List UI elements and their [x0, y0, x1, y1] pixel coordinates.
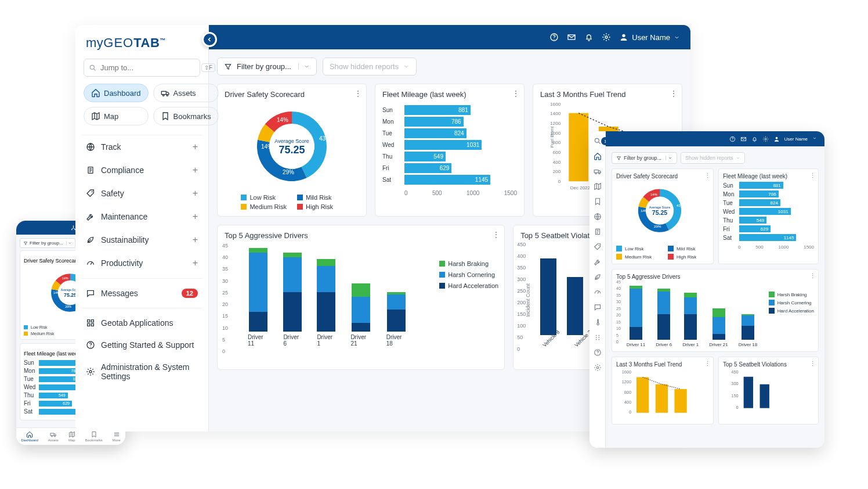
card-more-icon[interactable]: ⋮ [492, 230, 500, 239]
tablet-filter-group[interactable]: Filter by group... [612, 152, 677, 164]
rail-truck-icon[interactable] [594, 167, 602, 175]
tcard-scorecard-title: Driver Safety Scorecard [616, 173, 678, 179]
chevron-down-icon [403, 63, 410, 70]
card-more-icon[interactable]: ⋮ [809, 360, 815, 368]
legend-braking: Harsh Braking [439, 260, 498, 267]
tablet-mileage-bars: Sun881Mon786Tue824Wed1031Thu549Fri629Sat… [723, 182, 814, 241]
side-track[interactable]: Track+ [81, 135, 202, 159]
tablet-gear-icon[interactable] [762, 136, 769, 142]
side-maintenance[interactable]: Maintenance+ [81, 205, 202, 228]
tablet-user-icon[interactable] [773, 136, 780, 142]
side-apps[interactable]: Geotab Applications [81, 312, 202, 334]
rail-wrench-icon[interactable] [594, 258, 602, 266]
side-support[interactable]: Getting Started & Support [81, 334, 202, 356]
tablet-hidden-reports[interactable]: Show hidden reports [681, 152, 745, 164]
topbar-bell-icon[interactable] [584, 33, 594, 42]
svg-text:1600: 1600 [622, 369, 631, 375]
search-input[interactable] [100, 63, 198, 72]
svg-text:14%: 14% [261, 143, 273, 150]
rail-help-icon[interactable] [594, 348, 602, 357]
search-icon [89, 64, 97, 72]
brand-tab: TAB [133, 35, 160, 50]
expand-icon: + [193, 142, 198, 152]
expand-icon: + [193, 165, 198, 175]
side-compliance[interactable]: Compliance+ [81, 159, 202, 182]
expand-icon: + [193, 235, 198, 245]
expand-icon: + [193, 211, 198, 222]
svg-text:Average Score: Average Score [649, 206, 671, 209]
rail-clip-icon[interactable] [594, 228, 602, 236]
card-more-icon[interactable]: ⋮ [354, 89, 361, 98]
topbar-mail-icon[interactable] [567, 33, 576, 42]
svg-text:Dec 2022: Dec 2022 [570, 185, 591, 190]
card-more-icon[interactable]: ⋮ [704, 360, 710, 368]
svg-text:150: 150 [731, 393, 738, 398]
ptab-more[interactable]: More [113, 431, 121, 442]
card-mileage: Fleet Mileage (last week) ⋮ Sun881Mon786… [375, 84, 525, 217]
rail-dots-icon[interactable] [594, 333, 602, 341]
rail-tag-icon[interactable] [594, 243, 602, 251]
ptab-dashboard[interactable]: Dashboard [21, 431, 38, 442]
topbar-help-icon[interactable] [549, 33, 559, 42]
svg-text:450: 450 [731, 369, 738, 375]
card-more-icon[interactable]: ⋮ [670, 89, 677, 98]
nav-map[interactable]: Map [84, 107, 149, 125]
tablet-mail-icon[interactable] [740, 136, 747, 142]
filter-by-group[interactable]: Filter by group... [217, 57, 317, 75]
rail-bookmark-icon[interactable] [594, 197, 602, 206]
side-messages-label: Messages [101, 289, 138, 298]
side-productivity[interactable]: Productivity+ [81, 251, 202, 275]
divider [81, 308, 202, 308]
phone-filter-label: Filter by group... [30, 240, 63, 246]
card-more-icon[interactable]: ⋮ [809, 172, 815, 179]
topbar-user-menu[interactable]: User Name [619, 33, 680, 42]
side-settings[interactable]: Administration & System Settings [81, 356, 202, 387]
sidebar-collapse-toggle[interactable] [202, 32, 217, 47]
side-settings-label: Administration & System Settings [101, 362, 198, 381]
side-track-label: Track [101, 142, 121, 152]
nav-bookmarks[interactable]: Bookmarks [153, 107, 219, 125]
svg-text:800: 800 [553, 140, 561, 145]
svg-text:43%: 43% [677, 203, 684, 207]
card-more-icon[interactable]: ⋮ [512, 89, 519, 98]
brand-my: my [86, 35, 103, 50]
ptab-bookmarks[interactable]: Bookmarks [85, 431, 103, 442]
brand-logo: myGEOTAB™ [81, 33, 202, 59]
rail-thermo-icon[interactable] [594, 318, 602, 326]
search-shortcut: ⇧F [201, 63, 215, 72]
card-scorecard: Driver Safety Scorecard ⋮ [217, 84, 367, 217]
ptab-more-label: More [113, 438, 121, 442]
topbar-gear-icon[interactable] [602, 33, 611, 42]
tablet-bell-icon[interactable] [751, 136, 758, 142]
side-sustainability[interactable]: Sustainability+ [81, 228, 202, 251]
card-more-icon[interactable]: ⋮ [809, 272, 815, 280]
t-agg-yaxis: 454035302520151050 [616, 280, 621, 344]
rail-msg-icon[interactable] [594, 303, 602, 311]
side-safety[interactable]: Safety+ [81, 182, 202, 205]
svg-text:800: 800 [624, 390, 631, 395]
help-icon [86, 340, 95, 350]
search-input-wrap[interactable]: ⇧F [84, 59, 200, 77]
rail-home-icon[interactable] [594, 152, 602, 160]
legend-cornering: Harsh Cornering [439, 271, 498, 278]
tablet-help-icon[interactable] [729, 136, 736, 142]
side-messages[interactable]: Messages12 [81, 282, 202, 304]
ptab-map[interactable]: Map [68, 431, 75, 442]
nav-dashboard[interactable]: Dashboard [84, 84, 149, 102]
tcard-fuel-title: Last 3 Months Fuel Trend [616, 361, 682, 368]
svg-text:1200: 1200 [550, 121, 560, 126]
rail-leaf-icon[interactable] [594, 273, 602, 281]
legend-medium-risk: Medium Risk [241, 203, 287, 210]
phone-filter-group[interactable]: Filter by group... [20, 238, 75, 248]
rail-speed-icon[interactable] [594, 288, 602, 296]
nav-assets[interactable]: Assets [153, 84, 219, 102]
card-more-icon[interactable]: ⋮ [704, 172, 710, 179]
rail-map-icon[interactable] [594, 182, 602, 190]
ptab-assets[interactable]: Assets [48, 431, 59, 442]
seatbelt-ylabel: Incident Count [525, 283, 531, 317]
map-icon [91, 112, 100, 121]
rail-globe-icon[interactable] [594, 213, 602, 221]
rail-gear-icon[interactable] [594, 364, 602, 372]
side-support-label: Getting Started & Support [101, 340, 194, 350]
show-hidden-reports[interactable]: Show hidden reports [323, 57, 417, 75]
